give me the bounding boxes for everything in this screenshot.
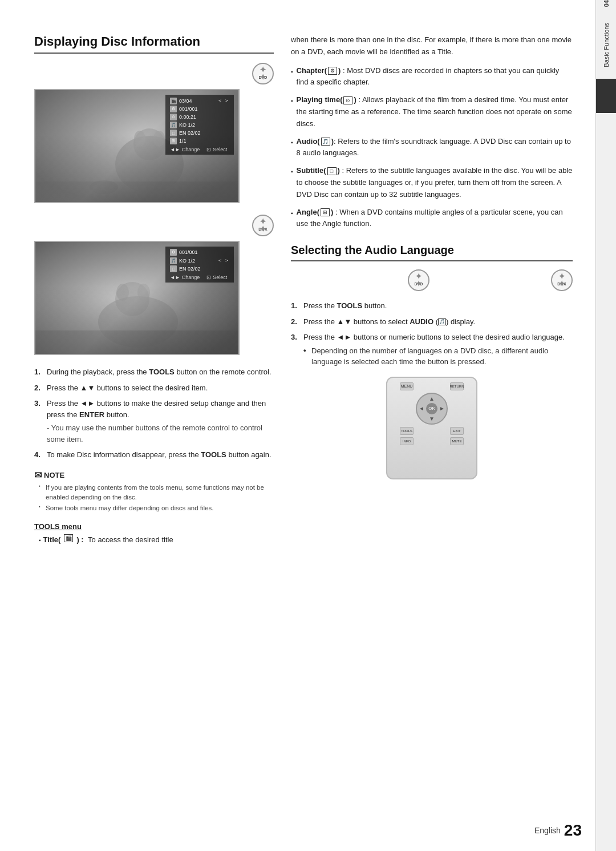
audio-badge-row: ✦ DVD ✦ DivX	[291, 269, 573, 293]
svg-point-9	[115, 282, 149, 316]
up-arrow-icon: ▲	[429, 396, 435, 402]
note-icon: ✉	[34, 470, 42, 481]
note-section: ✉ NOTE If you are playing contents from …	[34, 470, 274, 514]
bullet-playing-time: Playing time(⊙) : Allows playback of the…	[291, 94, 573, 130]
chapter-number: 04	[603, 0, 610, 18]
overlay-row-subtitle-2: □ EN 02/02	[170, 265, 229, 272]
mute-btn: MUTE	[450, 437, 464, 445]
svg-point-5	[90, 180, 118, 194]
svg-point-3	[134, 131, 145, 147]
screen-overlay-1: 🎬 03/04 ＜ ＞ ⚙ 001/001 ⊙ 0:00:21 🎵 KO 1/2	[165, 95, 234, 155]
left-column: Displaying Disc Information ✦ DVD	[34, 34, 274, 552]
right-column: when there is more than one in the disc.…	[291, 34, 573, 552]
remote-container: MENU RETURN ▲ ▼ ◄ ► OK	[291, 377, 573, 479]
overlay-row-time: ⊙ 0:00:21	[170, 114, 229, 120]
overlay-footer-2: ◄► Change ⊡ Select	[170, 275, 229, 280]
instruction-3: 3. Press the ◄► buttons to make the desi…	[34, 398, 274, 445]
bullet-audio: Audio(🎵): Refers to the film's soundtrac…	[291, 136, 573, 160]
remote-top-row: MENU RETURN	[392, 382, 472, 390]
note-item-1: If you are playing contents from the too…	[39, 483, 274, 503]
overlay-row-subtitle: □ EN 02/02	[170, 130, 229, 136]
bullet-angle: Angle(⊞) : When a DVD contains multiple …	[291, 207, 573, 231]
audio-instructions: 1. Press the TOOLS button. 2. Press the …	[291, 300, 573, 368]
note-title: ✉ NOTE	[34, 470, 274, 481]
svg-point-8	[98, 296, 178, 348]
time-icon-1: ⊙	[170, 114, 177, 120]
audio-dvd-badge: ✦ DVD	[408, 269, 429, 291]
right-arrow-icon: ►	[439, 405, 445, 412]
screen-overlay-2: ⚙ 001/001 🎵 KO 1/2 ＜ ＞ □ EN 02/02 ◄► Cha…	[165, 247, 234, 283]
remote-dpad: ▲ ▼ ◄ ► OK	[416, 393, 448, 425]
overlay-row-chapter: ⚙ 001/001	[170, 106, 229, 112]
tools-menu-section: TOOLS menu Title(🎬) : To access the desi…	[34, 522, 274, 546]
side-tab: 04 Basic Functions	[595, 0, 616, 851]
dvd-badge-row: ✦ DVD	[34, 63, 274, 87]
remote-inner: MENU RETURN ▲ ▼ ◄ ► OK	[387, 378, 476, 452]
svg-point-10	[116, 284, 129, 301]
divx-badge-row: ✦ DivX	[34, 215, 274, 239]
instruction-1: 1. During the playback, press the TOOLS …	[34, 366, 274, 378]
disc-info-instructions: 1. During the playback, press the TOOLS …	[34, 366, 274, 461]
overlay-row-chapter-2: ⚙ 001/001	[170, 249, 229, 256]
divx-badge: ✦ DivX	[252, 215, 274, 236]
screen-mockup-1: 🎬 03/04 ＜ ＞ ⚙ 001/001 ⊙ 0:00:21 🎵 KO 1/2	[34, 89, 240, 203]
exit-btn: EXIT	[450, 427, 464, 435]
main-content: Displaying Disc Information ✦ DVD	[0, 0, 595, 575]
audio-instruction-2: 2. Press the ▲▼ buttons to select AUDIO …	[291, 316, 573, 328]
screen-mockup-2: ⚙ 001/001 🎵 KO 1/2 ＜ ＞ □ EN 02/02 ◄► Cha…	[34, 241, 240, 355]
overlay-footer-1: ◄► Change ⊡ Select	[170, 147, 229, 152]
overlay-row-angle: ⊞ 1/1	[170, 138, 229, 144]
bullet-subtitle: Subtitle(□) : Refers to the subtitle lan…	[291, 165, 573, 200]
note-list: If you are playing contents from the too…	[34, 483, 274, 514]
svg-point-4	[153, 131, 165, 147]
tools-menu-item-title: Title(🎬) : To access the desired title	[34, 534, 274, 546]
dvd-badge: ✦ DVD	[252, 63, 274, 84]
svg-point-11	[137, 284, 150, 301]
title-icon: 🎬	[170, 98, 177, 104]
instruction-2: 2. Press the ▲▼ buttons to select the de…	[34, 382, 274, 394]
section-title-audio: Selecting the Audio Language	[291, 244, 573, 261]
return-btn: RETURN	[450, 382, 464, 390]
footer-page-number: 23	[564, 821, 582, 840]
note-item-2: Some tools menu may differ depending on …	[39, 503, 274, 513]
instruction-4: 4. To make Disc information disappear, p…	[34, 449, 274, 461]
select-btn-2: ⊡ Select	[206, 275, 227, 280]
audio-instruction-1: 1. Press the TOOLS button.	[291, 300, 573, 312]
info-btn: INFO	[400, 437, 414, 445]
tools-menu-title: TOOLS menu	[34, 522, 274, 531]
audio-divx-badge: ✦ DivX	[551, 269, 573, 291]
angle-icon-1: ⊞	[170, 138, 177, 144]
remote-bottom-row: INFO MUTE	[392, 437, 472, 445]
section-title-disc-info: Displaying Disc Information	[34, 34, 274, 54]
change-btn-1: ◄► Change	[170, 147, 200, 152]
chapter-bar	[596, 79, 617, 113]
down-arrow-icon: ▼	[429, 416, 435, 422]
audio-icon-2: 🎵	[170, 257, 177, 264]
overlay-row-audio: 🎵 KO 1/2	[170, 122, 229, 128]
left-arrow-icon: ◄	[419, 405, 424, 412]
overlay-row-audio-2: 🎵 KO 1/2 ＜ ＞	[170, 257, 229, 264]
disc-info-intro: when there is more than one in the disc.…	[291, 34, 573, 58]
audio-icon-1: 🎵	[170, 122, 177, 128]
feature-bullet-list: Chapter(⚙) : Most DVD discs are recorded…	[291, 65, 573, 231]
select-btn-1: ⊡ Select	[206, 147, 227, 152]
svg-rect-12	[35, 330, 240, 355]
subtitle-icon-2: □	[170, 265, 177, 272]
overlay-row-title: 🎬 03/04 ＜ ＞	[170, 97, 229, 104]
footer-language: English	[534, 826, 561, 835]
svg-rect-6	[35, 182, 240, 203]
audio-instruction-3: 3. Press the ◄► buttons or numeric butto…	[291, 332, 573, 368]
subtitle-icon-1: □	[170, 130, 177, 136]
chapter-icon-2: ⚙	[170, 249, 177, 256]
chapter-icon-1: ⚙	[170, 106, 177, 112]
change-btn-2: ◄► Change	[170, 275, 200, 280]
footer: English 23	[534, 821, 582, 840]
menu-btn: MENU	[400, 382, 414, 390]
tools-btn: TOOLS	[400, 427, 414, 435]
chapter-title: Basic Functions	[603, 23, 610, 67]
remote-mockup: MENU RETURN ▲ ▼ ◄ ► OK	[386, 377, 477, 479]
remote-middle-row: TOOLS EXIT	[392, 427, 472, 435]
enter-btn: OK	[426, 403, 437, 414]
bullet-chapter: Chapter(⚙) : Most DVD discs are recorded…	[291, 65, 573, 89]
